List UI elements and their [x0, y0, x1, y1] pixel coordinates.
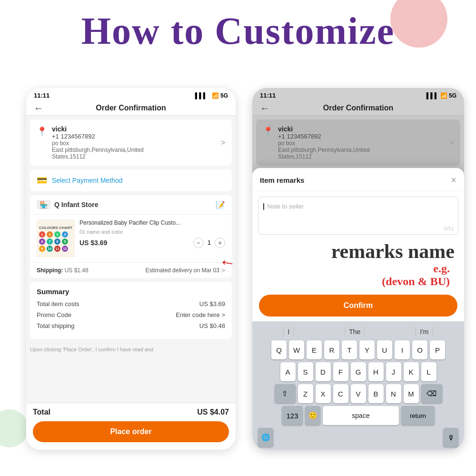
- address-name-left: vicki: [52, 125, 216, 133]
- status-time-right: 11:11: [260, 92, 276, 99]
- status-bar-right: 11:11 ▌▌▌ 📶 5G: [252, 88, 464, 101]
- back-button-left[interactable]: ←: [34, 103, 43, 114]
- popup-title: Item remarks: [260, 176, 304, 184]
- status-icons-left: ▌▌▌ 📶 5G: [195, 92, 228, 99]
- arrow-indicator: ←: [218, 251, 238, 274]
- page-title: How to Customize: [0, 10, 476, 53]
- payment-text-left: Select Payment Method: [52, 177, 123, 184]
- key-E[interactable]: E: [307, 340, 322, 359]
- key-P[interactable]: P: [430, 340, 445, 359]
- key-O[interactable]: O: [412, 340, 427, 359]
- keyboard-suggestions: I The I'm: [254, 325, 462, 340]
- key-emoji[interactable]: 🙂: [305, 406, 320, 425]
- address-name-right: vicki: [278, 125, 445, 133]
- remarks-eg-label: e.g.(devon & BU): [252, 262, 464, 290]
- key-U[interactable]: U: [377, 340, 392, 359]
- key-S[interactable]: S: [298, 362, 313, 381]
- key-G[interactable]: G: [351, 362, 366, 381]
- key-globe[interactable]: 🌐: [258, 428, 273, 447]
- store-note-icon-left[interactable]: 📝: [216, 200, 225, 209]
- key-M[interactable]: M: [404, 384, 419, 403]
- key-shift[interactable]: ⇧: [275, 384, 296, 403]
- address-line2-left: East pittsburgh,Pennsylvania,United: [52, 147, 216, 153]
- summary-title-left: Summary: [37, 288, 225, 296]
- payment-icon-left: 💳: [37, 175, 47, 186]
- status-icons-right: ▌▌▌ 📶 5G: [426, 92, 456, 99]
- key-A[interactable]: A: [280, 362, 296, 381]
- qty-control-left[interactable]: − 1 +: [193, 238, 225, 248]
- location-icon-left: 📍: [37, 126, 47, 137]
- keyboard-row-2: A S D F G H J K L: [254, 362, 462, 381]
- address-card-right: 📍 vicki +1 1234567892 po box East pittsb…: [256, 119, 460, 166]
- confirm-button[interactable]: Confirm: [259, 295, 457, 317]
- key-F[interactable]: F: [333, 362, 348, 381]
- summary-label-2: Total shipping: [37, 322, 75, 329]
- summary-value-2: US $0.48: [199, 322, 225, 329]
- key-X[interactable]: X: [316, 384, 331, 403]
- key-W[interactable]: W: [289, 340, 304, 359]
- keyboard-row-5: 🌐 🎙: [254, 428, 462, 447]
- phone-right: 11:11 ▌▌▌ 📶 5G ← Order Confirmation 📍 vi…: [252, 88, 464, 450]
- shipping-price-left: US $1.48: [65, 267, 89, 274]
- product-image-left: COLOURS CHART 1 2 3 4 8 7 6 5 9 10: [37, 219, 75, 258]
- suggestion-0[interactable]: I: [283, 327, 294, 337]
- product-variant-left: 01 name and color: [79, 229, 225, 235]
- summary-value-0: US $3.69: [199, 300, 225, 307]
- key-backspace[interactable]: ⌫: [421, 384, 442, 403]
- address-line3-right: States,15112: [278, 153, 445, 160]
- payment-card-left[interactable]: 💳 Select Payment Method: [30, 169, 232, 191]
- key-K[interactable]: K: [404, 362, 419, 381]
- address-card-left[interactable]: 📍 vicki +1 1234567892 po box East pittsb…: [30, 119, 232, 166]
- summary-row-0: Total item costs US $3.69: [37, 300, 225, 307]
- address-details-left: vicki +1 1234567892 po box East pittsbur…: [52, 125, 216, 160]
- key-J[interactable]: J: [386, 362, 401, 381]
- summary-row-1[interactable]: Promo Code Enter code here >: [37, 311, 225, 318]
- place-order-button[interactable]: Place order: [33, 421, 229, 442]
- suggestion-1[interactable]: The: [345, 327, 365, 337]
- key-B[interactable]: B: [368, 384, 384, 403]
- key-Y[interactable]: Y: [359, 340, 375, 359]
- popup-char-count: 0/51: [444, 226, 454, 231]
- phone-left: 11:11 ▌▌▌ 📶 5G ← Order Confirmation 📍 vi…: [26, 88, 236, 450]
- product-row-left: COLOURS CHART 1 2 3 4 8 7 6 5 9 10: [30, 215, 232, 262]
- key-L[interactable]: L: [421, 362, 436, 381]
- key-Q[interactable]: Q: [271, 340, 287, 359]
- key-I[interactable]: I: [395, 340, 410, 359]
- product-title-left: Personalized Baby Pacifier Clip Custo...: [79, 219, 225, 227]
- shipping-label-left: Shipping:: [37, 267, 63, 274]
- key-V[interactable]: V: [351, 384, 366, 403]
- popup-close-button[interactable]: ×: [451, 175, 456, 186]
- suggestion-2[interactable]: I'm: [416, 327, 433, 337]
- store-header-left: 🏪 Q Infant Store 📝: [30, 195, 232, 215]
- key-T[interactable]: T: [342, 340, 357, 359]
- item-remarks-popup: Item remarks × Note to seller 0/51 remar…: [252, 168, 464, 450]
- back-button-right[interactable]: ←: [260, 103, 269, 114]
- qty-minus-left[interactable]: −: [193, 238, 204, 248]
- bg-decoration-green: [0, 409, 29, 447]
- store-card-left: 🏪 Q Infant Store 📝 COLOURS CHART 1 2 3 4…: [30, 195, 232, 278]
- popup-input-area[interactable]: Note to seller 0/51: [258, 197, 458, 235]
- keyboard-row-4: 123 🙂 space return: [254, 406, 462, 425]
- key-123[interactable]: 123: [282, 406, 303, 425]
- address-arrow-right: >: [449, 139, 454, 147]
- status-bar-left: 11:11 ▌▌▌ 📶 5G: [26, 88, 236, 101]
- key-C[interactable]: C: [333, 384, 348, 403]
- store-icon-left: 🏪: [37, 200, 50, 209]
- qty-plus-left[interactable]: +: [215, 238, 225, 248]
- promo-link[interactable]: Enter code here >: [176, 311, 225, 318]
- key-space[interactable]: space: [323, 406, 399, 425]
- key-R[interactable]: R: [324, 340, 339, 359]
- key-D[interactable]: D: [316, 362, 331, 381]
- shipping-row-left: Shipping: US $1.48 Estimated delivery on…: [30, 262, 232, 278]
- key-return[interactable]: return: [401, 406, 435, 425]
- key-Z[interactable]: Z: [298, 384, 313, 403]
- total-label-left: Total: [33, 408, 50, 416]
- key-mic[interactable]: 🎙: [443, 428, 458, 447]
- key-N[interactable]: N: [386, 384, 401, 403]
- popup-placeholder: Note to seller: [267, 203, 304, 210]
- phone-content-left: 📍 vicki +1 1234567892 po box East pittsb…: [26, 116, 236, 441]
- remarks-name-label: remarks name: [252, 240, 464, 262]
- address-phone-left: +1 1234567892: [52, 133, 216, 140]
- key-H[interactable]: H: [368, 362, 384, 381]
- address-line3-left: States,15112: [52, 153, 216, 160]
